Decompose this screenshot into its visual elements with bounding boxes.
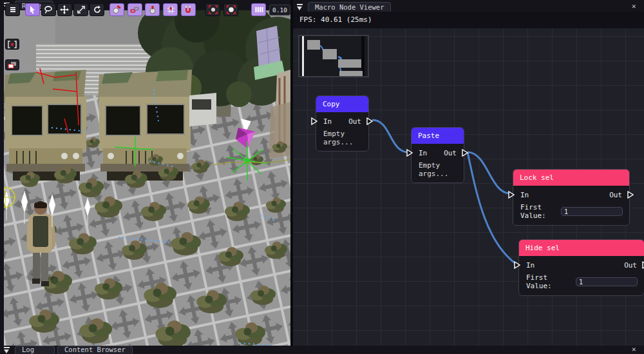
output-port[interactable] xyxy=(462,149,468,157)
scale-icon xyxy=(77,5,86,14)
first-value-input[interactable] xyxy=(576,277,638,286)
first-value-input[interactable] xyxy=(561,207,623,216)
node-args-text: Empty args... xyxy=(316,128,368,151)
grid-display-icon xyxy=(254,5,263,14)
render-viewport[interactable] xyxy=(4,10,290,346)
port-in-label: In xyxy=(526,261,535,270)
output-port[interactable] xyxy=(366,117,373,125)
bottom-dock-bar: Log Content Browser xyxy=(0,346,644,354)
close-bottom-dock-button[interactable]: ✕ xyxy=(632,345,636,353)
paint-sphere-tool-button[interactable] xyxy=(109,3,124,16)
move-icon xyxy=(60,5,69,14)
move-tool-button[interactable] xyxy=(57,3,72,16)
frame-selected-button[interactable] xyxy=(205,3,220,16)
white-van xyxy=(189,93,216,126)
minimap-node xyxy=(338,59,361,68)
camera-frame-button[interactable] xyxy=(5,39,19,50)
edge-paste-lock xyxy=(468,152,510,193)
edge-paste-hide xyxy=(468,152,516,264)
port-out-label: Out xyxy=(609,191,622,199)
node-paste-title[interactable]: Paste xyxy=(412,128,464,144)
menu-button[interactable] xyxy=(5,3,20,16)
edge-copy-paste xyxy=(372,120,408,152)
layers-icon xyxy=(8,61,17,69)
render-panel: Render xyxy=(0,0,290,346)
macro-tabbar: Macro Node Viewer xyxy=(293,0,644,12)
node-args-text: Empty args... xyxy=(412,160,464,182)
scene-canvas xyxy=(4,10,290,346)
input-port[interactable] xyxy=(514,261,520,269)
truck-left[interactable] xyxy=(4,70,86,181)
paint-sphere-icon xyxy=(112,5,121,14)
port-out-label: Out xyxy=(348,117,361,126)
node-hide-sel[interactable]: Hide sel In Out First Value: xyxy=(518,239,644,296)
node-copy[interactable]: Copy In Out Empty args... xyxy=(316,95,369,152)
first-value-label: First Value: xyxy=(520,203,557,220)
input-port[interactable] xyxy=(311,117,317,125)
graph-minimap[interactable] xyxy=(298,35,369,77)
viewport-toolbar: 0.10 xyxy=(5,3,290,16)
frame-all-button[interactable] xyxy=(223,3,238,16)
grid-snap-icon xyxy=(166,5,175,14)
fps-readout: FPS: 40.61 (25ms) xyxy=(293,12,644,28)
minimap-node xyxy=(339,71,363,76)
node-paste[interactable]: Paste In Out Empty args... xyxy=(411,127,464,183)
camera-frame-icon xyxy=(8,41,17,48)
editor-window: Render xyxy=(0,0,644,354)
port-out-label: Out xyxy=(624,261,637,270)
port-out-label: Out xyxy=(444,149,457,157)
macro-node-viewer-panel: Macro Node Viewer ✕ FPS: 40.61 (25ms) xyxy=(293,0,644,346)
minimap-node xyxy=(323,49,337,59)
port-in-label: In xyxy=(520,191,529,199)
cursor-icon xyxy=(28,5,37,14)
panel-menu-icon[interactable] xyxy=(3,346,11,353)
node-copy-title[interactable]: Copy xyxy=(316,96,368,112)
scale-tool-button[interactable] xyxy=(73,3,88,16)
magnet-icon xyxy=(184,5,193,14)
rotate-tool-button[interactable] xyxy=(90,3,104,16)
pin-sphere-tool-button[interactable] xyxy=(145,3,160,16)
input-port[interactable] xyxy=(508,191,515,199)
lasso-icon xyxy=(44,5,53,14)
frame-selected-icon xyxy=(209,5,218,14)
port-in-label: In xyxy=(323,117,332,126)
snap-value-readout[interactable]: 0.10 xyxy=(269,5,290,15)
truck-right[interactable] xyxy=(98,70,192,181)
magnet-tool-button[interactable] xyxy=(181,3,196,16)
output-port[interactable] xyxy=(627,191,634,199)
link-icon xyxy=(130,5,139,14)
node-hide-sel-title[interactable]: Hide sel xyxy=(519,240,644,256)
minimap-node xyxy=(307,40,320,50)
rotate-icon xyxy=(93,5,102,14)
grid-snap-tool-button[interactable] xyxy=(163,3,178,16)
node-graph-canvas[interactable]: Copy In Out Empty args... Paste In Out xyxy=(293,28,644,346)
pin-sphere-icon xyxy=(148,5,157,14)
frame-all-icon xyxy=(227,5,236,14)
port-in-label: In xyxy=(419,149,427,157)
select-tool-button[interactable] xyxy=(25,3,40,16)
link-tool-button[interactable] xyxy=(128,3,142,16)
tab-content-browser[interactable]: Content Browser xyxy=(57,346,133,354)
node-lock-sel-title[interactable]: Lock sel xyxy=(513,170,629,186)
layers-button[interactable] xyxy=(5,59,19,70)
node-lock-sel[interactable]: Lock sel In Out First Value: xyxy=(513,169,630,226)
close-macro-panel-button[interactable]: ✕ xyxy=(632,2,636,10)
first-value-label: First Value: xyxy=(526,273,572,290)
tab-macro-node-viewer[interactable]: Macro Node Viewer xyxy=(308,2,391,12)
panel-menu-icon[interactable] xyxy=(296,3,304,10)
grid-display-button[interactable] xyxy=(251,3,266,16)
tab-log[interactable]: Log xyxy=(15,346,55,354)
lasso-tool-button[interactable] xyxy=(41,3,56,16)
input-port[interactable] xyxy=(406,149,413,157)
